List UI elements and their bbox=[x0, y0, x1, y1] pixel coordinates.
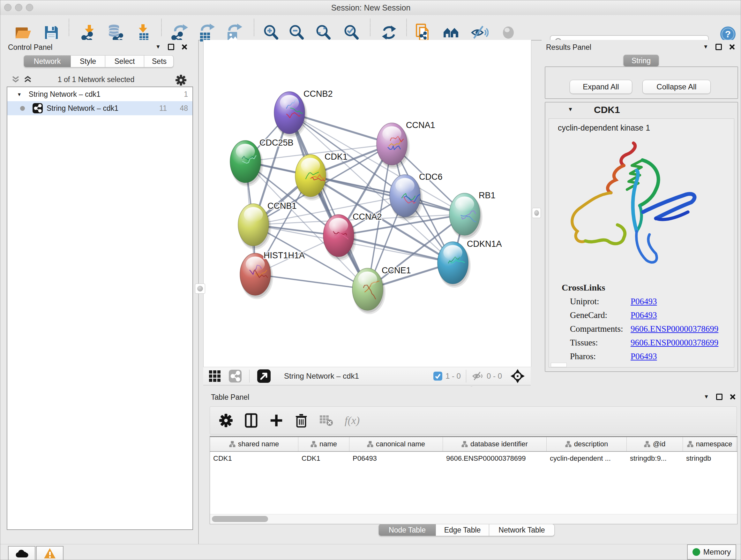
network-node-CCNB2[interactable] bbox=[274, 91, 307, 138]
column-type-icon bbox=[229, 441, 235, 447]
table-cell[interactable]: stringdb:9... bbox=[627, 452, 683, 466]
network-node-CDC6[interactable] bbox=[390, 175, 423, 221]
network-tree: ▼ String Network – cdk1 1 String Network… bbox=[7, 86, 193, 530]
delete-column-icon[interactable] bbox=[294, 413, 308, 428]
crosslink-link[interactable]: 9606.ENSP00000378699 bbox=[630, 338, 718, 348]
network-node-CCNB1[interactable] bbox=[238, 204, 271, 250]
panel-collapse-icon[interactable]: ▼ bbox=[704, 394, 709, 400]
right-splitter-grip[interactable] bbox=[532, 208, 541, 218]
selected-checkbox-icon[interactable] bbox=[433, 372, 442, 381]
table-hscrollbar-track[interactable] bbox=[210, 514, 737, 524]
crosslink-label: Compartments: bbox=[570, 324, 630, 334]
crosslink-label: Uniprot: bbox=[570, 297, 630, 307]
delete-table-icon bbox=[319, 414, 334, 427]
crosslink-row: Tissues:9606.ENSP00000378699 bbox=[570, 338, 734, 348]
birds-eye-view-icon[interactable] bbox=[257, 369, 271, 383]
tab-network[interactable]: Network bbox=[23, 55, 71, 67]
control-panel: Control Panel ▼ Network Style Select Set… bbox=[0, 40, 199, 544]
entry-expander-icon[interactable]: ▼ bbox=[568, 106, 573, 113]
table-options-gear-icon[interactable] bbox=[219, 414, 233, 428]
crosslinks-title: CrossLinks bbox=[562, 283, 734, 293]
column-type-icon bbox=[461, 441, 468, 447]
table-cell[interactable]: stringdb bbox=[683, 452, 737, 466]
table-cell[interactable]: P06493 bbox=[349, 452, 443, 466]
table-cell[interactable]: 9606.ENSP00000378699 bbox=[443, 452, 547, 466]
column-header-namespace[interactable]: namespace bbox=[683, 437, 737, 451]
warning-icon bbox=[44, 548, 56, 559]
crosslink-link[interactable]: P06493 bbox=[630, 297, 657, 307]
show-columns-icon[interactable] bbox=[244, 413, 259, 428]
network-collection-row[interactable]: ▼ String Network – cdk1 1 bbox=[7, 87, 192, 101]
toolbar-separator bbox=[161, 19, 162, 36]
panel-float-icon[interactable] bbox=[716, 44, 722, 50]
tab-edge-table[interactable]: Edge Table bbox=[436, 524, 489, 536]
add-column-icon[interactable] bbox=[269, 414, 283, 428]
entry-gene-name: CDK1 bbox=[594, 105, 620, 115]
network-node-CCNA2[interactable] bbox=[323, 214, 356, 260]
network-node-RB1[interactable] bbox=[449, 193, 482, 239]
column-header-shared-name[interactable]: shared name bbox=[210, 437, 298, 451]
warnings-button[interactable] bbox=[36, 546, 64, 560]
network-view-canvas[interactable]: CCNB2CCNA1CDC25BCDK1CDC6RB1CCNB1CCNA2CDK… bbox=[203, 40, 531, 367]
tab-style[interactable]: Style bbox=[71, 55, 105, 67]
toolbar-separator bbox=[69, 19, 69, 36]
network-state-dot-icon bbox=[20, 106, 25, 111]
cloud-status-button[interactable] bbox=[8, 546, 36, 560]
tab-sets[interactable]: Sets bbox=[144, 55, 174, 67]
column-header-description[interactable]: description bbox=[547, 437, 627, 451]
network-node-CDKN1A[interactable] bbox=[437, 242, 471, 288]
panel-close-icon[interactable] bbox=[730, 394, 736, 400]
toolbar-separator bbox=[254, 19, 254, 36]
table-cell[interactable]: cyclin-dependent ... bbox=[547, 452, 627, 466]
column-header-label: database identifier bbox=[470, 440, 528, 448]
crosslink-label: Tissues: bbox=[570, 338, 630, 348]
panel-collapse-icon[interactable]: ▼ bbox=[703, 44, 709, 50]
table-panel: Table Panel ▼ f(x) shared namenamecanoni… bbox=[207, 387, 741, 544]
table-hscrollbar-thumb[interactable] bbox=[212, 516, 268, 522]
tab-select[interactable]: Select bbox=[105, 55, 144, 67]
status-bar: Memory bbox=[0, 544, 741, 560]
network-selection-status: 1 of 1 Network selected bbox=[0, 75, 192, 84]
column-header-name[interactable]: name bbox=[298, 437, 349, 451]
network-row[interactable]: String Network – cdk1 11 48 bbox=[7, 101, 192, 115]
column-header-canonical-name[interactable]: canonical name bbox=[349, 437, 443, 451]
panel-float-icon[interactable] bbox=[168, 44, 174, 50]
column-header-database-identifier[interactable]: database identifier bbox=[443, 437, 547, 451]
grid-view-icon[interactable] bbox=[208, 370, 221, 382]
tab-string[interactable]: String bbox=[623, 55, 659, 67]
results-hscrollbar[interactable] bbox=[551, 363, 567, 367]
string-network-graph[interactable]: CCNB2CCNA1CDC25BCDK1CDC6RB1CCNB1CCNA2CDK… bbox=[204, 40, 531, 367]
table-row[interactable]: CDK1CDK1P064939606.ENSP00000378699cyclin… bbox=[210, 452, 737, 466]
crosslink-link[interactable]: 9606.ENSP00000378699 bbox=[630, 324, 718, 334]
panel-collapse-icon[interactable]: ▼ bbox=[155, 44, 161, 50]
left-splitter-grip[interactable] bbox=[195, 284, 205, 294]
tab-network-table[interactable]: Network Table bbox=[489, 524, 555, 536]
memory-button[interactable]: Memory bbox=[687, 544, 736, 560]
column-type-icon bbox=[644, 441, 650, 447]
node-label-RB1: RB1 bbox=[479, 191, 495, 200]
crosslink-row: Pharos:P06493 bbox=[570, 352, 734, 361]
fit-content-crosshair-icon[interactable] bbox=[510, 369, 525, 383]
panel-close-icon[interactable] bbox=[729, 44, 735, 50]
panel-close-icon[interactable] bbox=[181, 44, 188, 50]
node-label-HIST1H1A: HIST1H1A bbox=[264, 251, 305, 260]
network-options-gear-icon[interactable] bbox=[175, 74, 187, 86]
crosslink-link[interactable]: P06493 bbox=[630, 352, 657, 361]
table-cell[interactable]: CDK1 bbox=[298, 452, 349, 466]
collapse-all-button[interactable]: Collapse All bbox=[643, 80, 711, 94]
column-header--id[interactable]: @id bbox=[627, 437, 683, 451]
node-label-CCNA2: CCNA2 bbox=[353, 212, 382, 222]
results-panel: Results Panel ▼ String Expand All Collap… bbox=[542, 40, 741, 375]
network-edge-CCNB2-CCNE1[interactable] bbox=[289, 113, 367, 289]
table-cell[interactable]: CDK1 bbox=[210, 452, 298, 466]
crosslink-link[interactable]: P06493 bbox=[630, 310, 657, 320]
entry-description: cyclin-dependent kinase 1 bbox=[558, 123, 734, 132]
results-actions-box: Expand All Collapse All bbox=[545, 66, 738, 99]
expand-all-button[interactable]: Expand All bbox=[569, 80, 632, 94]
network-node-CCNE1[interactable] bbox=[352, 268, 386, 314]
tree-expander-icon[interactable]: ▼ bbox=[17, 91, 22, 97]
share-view-icon[interactable] bbox=[229, 370, 242, 382]
tab-node-table[interactable]: Node Table bbox=[379, 524, 436, 536]
panel-float-icon[interactable] bbox=[716, 394, 723, 400]
memory-label: Memory bbox=[703, 548, 731, 557]
